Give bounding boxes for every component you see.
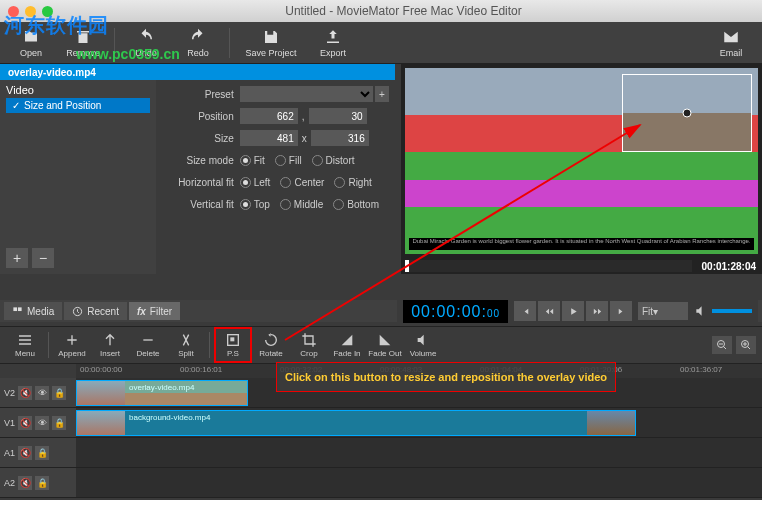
add-filter-button[interactable]: +	[6, 248, 28, 268]
sizemode-fit-radio[interactable]	[240, 155, 251, 166]
preview-video[interactable]: Dubai Miracle Garden is world biggest fl…	[405, 68, 758, 254]
timeline-menu-button[interactable]: Menu	[6, 327, 44, 363]
vfit-top-radio[interactable]	[240, 199, 251, 210]
filter-controls: Preset+ Position, Sizex Size mode Fit Fi…	[156, 80, 395, 274]
size-label: Size	[162, 133, 234, 144]
hfit-left-radio[interactable]	[240, 177, 251, 188]
titlebar: Untitled - MovieMator Free Mac Video Edi…	[0, 0, 762, 22]
rewind-button[interactable]	[538, 301, 560, 321]
clip-background-video[interactable]: background-video.mp4	[76, 410, 636, 436]
crop-button[interactable]: Crop	[290, 327, 328, 363]
filter-filename: overlay-video.mp4	[0, 64, 395, 80]
volume-icon[interactable]	[694, 304, 708, 318]
sizemode-label: Size mode	[162, 155, 234, 166]
position-label: Position	[162, 111, 234, 122]
volume-button[interactable]: Volume	[404, 327, 442, 363]
export-button[interactable]: Export	[308, 24, 358, 62]
hfit-center-radio[interactable]	[280, 177, 291, 188]
track-a2[interactable]: A2🔇🔒	[0, 468, 762, 498]
mute-icon[interactable]: 🔇	[18, 416, 32, 430]
lock-icon[interactable]: 🔒	[52, 416, 66, 430]
skip-end-button[interactable]	[610, 301, 632, 321]
preset-select[interactable]	[240, 86, 373, 102]
mute-icon[interactable]: 🔇	[18, 476, 32, 490]
timecode-display[interactable]: 00:00:00:00	[403, 300, 508, 323]
position-y-input[interactable]	[309, 108, 367, 124]
preview-caption: Dubai Miracle Garden is world biggest fl…	[409, 238, 754, 250]
position-size-button[interactable]: P.S	[214, 327, 252, 363]
window-title: Untitled - MovieMator Free Mac Video Edi…	[53, 4, 754, 18]
undo-button[interactable]: Undo	[121, 24, 171, 62]
svg-rect-4	[230, 337, 234, 341]
hfit-right-radio[interactable]	[334, 177, 345, 188]
minimize-window-button[interactable]	[25, 6, 36, 17]
zoom-fit-select[interactable]: Fit ▾	[638, 302, 688, 320]
vfit-bottom-radio[interactable]	[333, 199, 344, 210]
close-window-button[interactable]	[8, 6, 19, 17]
preview-duration: 00:01:28:04	[702, 261, 756, 272]
email-button[interactable]: Email	[706, 24, 756, 62]
preview-seekbar[interactable]	[405, 260, 692, 272]
hide-icon[interactable]: 👁	[35, 386, 49, 400]
preset-label: Preset	[162, 89, 234, 100]
save-project-button[interactable]: Save Project	[236, 24, 306, 62]
panel-tabs: Media Recent fxFilter 00:00:00:00 Fit ▾	[0, 300, 762, 322]
volume-slider[interactable]	[712, 309, 752, 313]
fadein-button[interactable]: Fade In	[328, 327, 366, 363]
track-a1[interactable]: A1🔇🔒	[0, 438, 762, 468]
fadeout-button[interactable]: Fade Out	[366, 327, 404, 363]
filter-item-size-position[interactable]: ✓Size and Position	[6, 98, 150, 113]
sizemode-distort-radio[interactable]	[312, 155, 323, 166]
lock-icon[interactable]: 🔒	[52, 386, 66, 400]
hfit-label: Horizontal fit	[162, 177, 234, 188]
play-button[interactable]	[562, 301, 584, 321]
tab-recent[interactable]: Recent	[64, 302, 127, 320]
append-button[interactable]: Append	[53, 327, 91, 363]
zoom-out-button[interactable]	[712, 336, 732, 354]
remove-filter-button[interactable]: −	[32, 248, 54, 268]
timeline-tracks: V2🔇👁🔒 overlay-video.mp4 V1🔇👁🔒 background…	[0, 378, 762, 498]
position-x-input[interactable]	[240, 108, 298, 124]
zoom-window-button[interactable]	[42, 6, 53, 17]
zoom-in-button[interactable]	[736, 336, 756, 354]
svg-rect-0	[13, 307, 17, 311]
preview-pane[interactable]: Dubai Miracle Garden is world biggest fl…	[401, 64, 762, 274]
remove-button[interactable]: Remove	[58, 24, 108, 62]
preset-save-button[interactable]: +	[375, 86, 389, 102]
size-h-input[interactable]	[311, 130, 369, 146]
lock-icon[interactable]: 🔒	[35, 476, 49, 490]
open-button[interactable]: Open	[6, 24, 56, 62]
main-toolbar: Open Remove Undo Redo Save Project Expor…	[0, 22, 762, 64]
filter-list: Video ✓Size and Position	[0, 80, 156, 274]
filter-heading: Video	[6, 84, 150, 96]
filter-panel: overlay-video.mp4 Video ✓Size and Positi…	[0, 64, 395, 274]
annotation-callout: Click on this button to resize and repos…	[276, 362, 616, 392]
rotate-button[interactable]: Rotate	[252, 327, 290, 363]
mute-icon[interactable]: 🔇	[18, 446, 32, 460]
timeline-toolbar: Menu Append Insert Delete Split P.S Rota…	[0, 326, 762, 364]
svg-rect-1	[18, 307, 22, 311]
skip-start-button[interactable]	[514, 301, 536, 321]
hide-icon[interactable]: 👁	[35, 416, 49, 430]
vfit-middle-radio[interactable]	[280, 199, 291, 210]
size-w-input[interactable]	[240, 130, 298, 146]
split-button[interactable]: Split	[167, 327, 205, 363]
lock-icon[interactable]: 🔒	[35, 446, 49, 460]
clip-overlay-video[interactable]: overlay-video.mp4	[76, 380, 248, 406]
tab-media[interactable]: Media	[4, 302, 62, 320]
vfit-label: Vertical fit	[162, 199, 234, 210]
sizemode-fill-radio[interactable]	[275, 155, 286, 166]
forward-button[interactable]	[586, 301, 608, 321]
mute-icon[interactable]: 🔇	[18, 386, 32, 400]
tab-filter[interactable]: fxFilter	[129, 302, 180, 320]
overlay-center-handle[interactable]	[683, 109, 692, 118]
redo-button[interactable]: Redo	[173, 24, 223, 62]
track-v1[interactable]: V1🔇👁🔒 background-video.mp4	[0, 408, 762, 438]
overlay-rect[interactable]	[622, 74, 752, 152]
insert-button[interactable]: Insert	[91, 327, 129, 363]
delete-button[interactable]: Delete	[129, 327, 167, 363]
